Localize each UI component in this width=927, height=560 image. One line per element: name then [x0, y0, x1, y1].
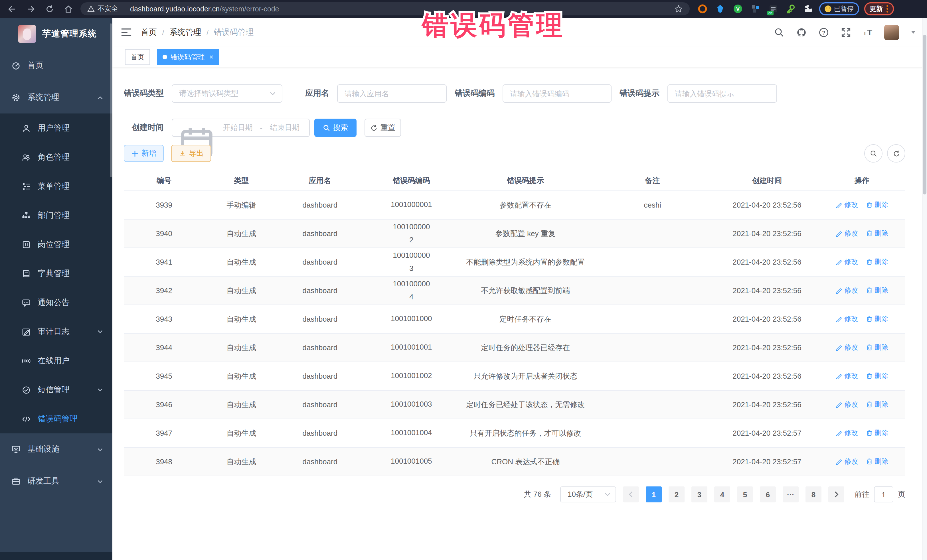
delete-link[interactable]: 删除: [866, 257, 888, 267]
delete-link[interactable]: 删除: [866, 457, 888, 466]
edit-link[interactable]: 修改: [836, 343, 858, 352]
font-size-icon[interactable]: TT: [863, 28, 872, 36]
page-size-select[interactable]: 10条/页: [560, 486, 616, 502]
error-type-select[interactable]: 请选择错误码类型: [172, 84, 283, 103]
extension-puzzle-icon[interactable]: [804, 4, 813, 14]
browser-update-button[interactable]: 更新: [864, 2, 894, 15]
error-code-input[interactable]: [503, 84, 611, 103]
prev-page-button[interactable]: [623, 486, 639, 502]
browser-home-icon[interactable]: [64, 4, 73, 14]
page-button-5[interactable]: 5: [737, 486, 753, 502]
goto-page-input[interactable]: [874, 486, 894, 502]
page-button-3[interactable]: 3: [691, 486, 707, 502]
extension-orange-icon[interactable]: [698, 4, 707, 14]
extension-key-icon[interactable]: [786, 4, 796, 14]
breadcrumb-item[interactable]: 首页: [141, 27, 157, 37]
page-ellipsis[interactable]: ···: [783, 486, 799, 502]
add-button[interactable]: 新增: [124, 145, 164, 162]
extension-blue-drop-icon[interactable]: [715, 4, 725, 14]
sidebar-logo-row[interactable]: 芋道管理系统: [0, 18, 112, 50]
sidebar-item-dev-tools[interactable]: 研发工具: [0, 465, 112, 497]
sidebar-item-menu[interactable]: 菜单管理: [0, 171, 112, 201]
edit-link[interactable]: 修改: [836, 457, 858, 466]
github-icon[interactable]: [797, 27, 807, 37]
bookmark-star-icon[interactable]: [674, 5, 683, 13]
table-row: 3946自动生成dashboard1001001003定时任务已经处于该状态，无…: [124, 390, 905, 419]
page-scrollbar[interactable]: [922, 18, 927, 560]
sidebar-item-dict[interactable]: 字典管理: [0, 259, 112, 288]
sidebar-item-role[interactable]: 角色管理: [0, 143, 112, 171]
delete-link[interactable]: 删除: [866, 200, 888, 210]
edit-link[interactable]: 修改: [836, 400, 858, 410]
sidebar-item-home[interactable]: 首页: [0, 50, 112, 82]
delete-link[interactable]: 删除: [866, 229, 888, 238]
edit-link-label: 修改: [844, 200, 858, 210]
sidebar-scrollbar[interactable]: [110, 23, 112, 178]
browser-menu-dots-icon[interactable]: [886, 5, 888, 12]
delete-link[interactable]: 删除: [866, 428, 888, 438]
trash-icon: [866, 458, 873, 465]
delete-link[interactable]: 删除: [866, 371, 888, 381]
next-page-button[interactable]: [828, 486, 844, 502]
delete-link[interactable]: 删除: [866, 400, 888, 410]
browser-back-icon[interactable]: [8, 4, 17, 14]
date-range-picker[interactable]: 开始日期 - 结束日期: [172, 118, 310, 137]
page-scrollbar-thumb[interactable]: [923, 35, 926, 194]
address-bar[interactable]: 不安全 dashboard.yudao.iocoder.cn/system/er…: [81, 2, 690, 15]
page-button-4[interactable]: 4: [714, 486, 730, 502]
row-code: 1001001005: [362, 448, 462, 476]
sidebar-item-audit-log[interactable]: 审计日志: [0, 317, 112, 346]
delete-link-label: 删除: [874, 200, 888, 210]
security-warning[interactable]: 不安全: [87, 4, 118, 14]
help-icon[interactable]: ?: [819, 27, 829, 37]
tab-首页[interactable]: 首页: [125, 49, 150, 65]
browser-reload-icon[interactable]: [45, 4, 54, 14]
page-button-8[interactable]: 8: [805, 486, 821, 502]
user-avatar[interactable]: [884, 25, 899, 39]
sidebar-item-post[interactable]: 岗位管理: [0, 230, 112, 259]
chevron-down-icon: [97, 328, 103, 335]
menutree-icon: [22, 182, 31, 191]
tab-close-icon[interactable]: ×: [209, 54, 213, 61]
edit-link[interactable]: 修改: [836, 286, 858, 295]
toggle-search-button[interactable]: [864, 144, 883, 162]
app-name-input[interactable]: [337, 84, 447, 103]
edit-link[interactable]: 修改: [836, 428, 858, 438]
profile-paused-pill[interactable]: 已暂停: [819, 2, 859, 15]
extension-grid-icon[interactable]: [751, 4, 760, 14]
refresh-table-button[interactable]: [887, 144, 905, 162]
edit-link[interactable]: 修改: [836, 314, 858, 324]
search-button[interactable]: 搜索: [314, 118, 357, 137]
browser-forward-icon[interactable]: [26, 4, 35, 14]
sidebar-item-dept[interactable]: 部门管理: [0, 201, 112, 230]
sidebar-item-system[interactable]: 系统管理: [0, 82, 112, 114]
delete-link[interactable]: 删除: [866, 286, 888, 295]
hamburger-icon[interactable]: [121, 27, 132, 37]
breadcrumb-item[interactable]: 系统管理: [169, 27, 201, 37]
page-button-2[interactable]: 2: [669, 486, 685, 502]
reset-button[interactable]: 重置: [365, 118, 401, 137]
sidebar-item-user[interactable]: 用户管理: [0, 114, 112, 143]
sidebar-item-infra[interactable]: 基础设施: [0, 433, 112, 465]
sidebar-item-notice[interactable]: 通知公告: [0, 288, 112, 317]
error-msg-input[interactable]: [667, 84, 777, 103]
edit-link[interactable]: 修改: [836, 257, 858, 267]
page-button-6[interactable]: 6: [760, 486, 776, 502]
export-button[interactable]: 导出: [171, 145, 211, 162]
tab-错误码管理[interactable]: 错误码管理×: [157, 49, 219, 65]
fullscreen-icon[interactable]: [841, 27, 851, 37]
avatar-caret-icon[interactable]: [911, 31, 916, 33]
edit-link[interactable]: 修改: [836, 229, 858, 238]
delete-link[interactable]: 删除: [866, 314, 888, 324]
edit-link[interactable]: 修改: [836, 371, 858, 381]
sidebar-item-online-user[interactable]: 在线用户: [0, 346, 112, 375]
edit-link[interactable]: 修改: [836, 200, 858, 210]
sidebar-item-sms[interactable]: 短信管理: [0, 375, 112, 404]
search-icon[interactable]: [774, 27, 785, 37]
extension-green-v-icon[interactable]: V: [733, 4, 743, 14]
extension-list-icon[interactable]: on: [768, 4, 778, 14]
sidebar-item-error-code[interactable]: 错误码管理: [0, 404, 112, 433]
delete-link[interactable]: 删除: [866, 343, 888, 352]
page-button-1[interactable]: 1: [646, 486, 662, 502]
column-header: 备注: [590, 171, 715, 191]
